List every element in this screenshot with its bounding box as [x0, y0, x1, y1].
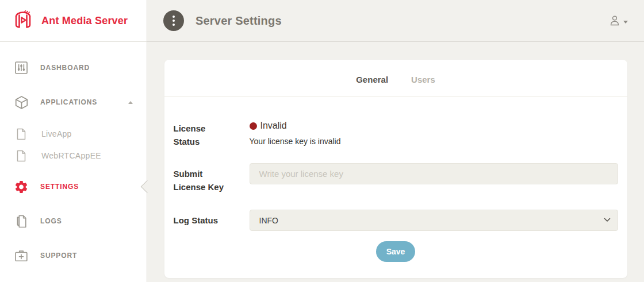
license-key-row: Submit License Key	[174, 163, 618, 194]
user-icon	[608, 14, 621, 27]
support-kit-icon	[14, 249, 29, 262]
content-area: General Users License Status Invalid You…	[147, 42, 644, 278]
brand-header[interactable]: Ant Media Server	[0, 0, 147, 42]
license-status-value-group: Invalid Your license key is invalid	[250, 118, 618, 146]
file-icon	[14, 150, 29, 162]
dashboard-icon	[14, 61, 29, 75]
general-settings-form: License Status Invalid Your license key …	[164, 97, 627, 278]
logs-document-icon	[14, 215, 29, 228]
license-status-value: Invalid	[260, 121, 287, 131]
ant-media-logo-icon	[12, 10, 34, 32]
sidebar-item-label: DASHBOARD	[40, 64, 90, 72]
sidebar: Ant Media Server DASHBOARD	[0, 0, 147, 282]
page-title: Server Settings	[195, 14, 282, 28]
license-key-label: Submit License Key	[174, 163, 231, 194]
log-status-label: Log Status	[174, 210, 231, 227]
license-key-field-wrap	[250, 163, 618, 184]
sidebar-item-applications[interactable]: APPLICATIONS	[0, 91, 147, 113]
file-icon	[14, 128, 29, 140]
invalid-status-dot-icon	[250, 122, 257, 130]
sidebar-item-webrtcappee[interactable]: WebRTCAppEE	[0, 145, 147, 167]
license-status-note: Your license key is invalid	[250, 137, 618, 146]
applications-box-icon	[14, 95, 29, 110]
sidebar-item-support[interactable]: SUPPORT	[0, 245, 147, 266]
kebab-dot	[172, 20, 175, 22]
log-status-select[interactable]: INFO	[250, 210, 618, 231]
sidebar-item-label: SUPPORT	[40, 252, 77, 260]
sidebar-item-dashboard[interactable]: DASHBOARD	[0, 57, 147, 79]
kebab-menu-button[interactable]	[163, 10, 184, 31]
collapse-up-caret-icon[interactable]	[128, 101, 133, 104]
log-status-row: Log Status INFO	[174, 210, 618, 231]
topbar: Server Settings	[147, 0, 644, 42]
user-menu-button[interactable]	[608, 14, 628, 27]
save-button[interactable]: Save	[376, 241, 416, 262]
sidebar-item-logs[interactable]: LOGS	[0, 210, 147, 232]
sidebar-item-label: WebRTCAppEE	[41, 151, 101, 160]
settings-tabs: General Users	[164, 60, 627, 97]
brand-name: Ant Media Server	[41, 15, 128, 27]
save-row: Save	[174, 241, 618, 262]
sidebar-item-label: LOGS	[40, 217, 62, 225]
kebab-dot	[172, 24, 175, 26]
license-status-line: Invalid	[250, 118, 618, 131]
gear-icon	[14, 179, 29, 195]
sidebar-nav: DASHBOARD APPLICATIONS LiveApp	[0, 42, 147, 266]
main-area: Server Settings General Users License St…	[147, 0, 644, 282]
sidebar-item-settings[interactable]: SETTINGS	[0, 176, 147, 198]
sidebar-item-label: SETTINGS	[40, 183, 79, 191]
chevron-down-icon	[623, 21, 628, 24]
license-status-label: License Status	[174, 118, 231, 148]
license-status-row: License Status Invalid Your license key …	[174, 118, 618, 148]
server-settings-card: General Users License Status Invalid You…	[164, 60, 627, 278]
license-key-input[interactable]	[250, 163, 618, 184]
kebab-dot	[172, 16, 175, 18]
sidebar-item-label: APPLICATIONS	[40, 98, 97, 106]
sidebar-item-label: LiveApp	[41, 129, 72, 138]
tab-users[interactable]: Users	[411, 75, 435, 84]
sidebar-item-liveapp[interactable]: LiveApp	[0, 123, 147, 145]
log-status-select-wrap: INFO	[250, 210, 618, 231]
tab-general[interactable]: General	[356, 75, 388, 84]
